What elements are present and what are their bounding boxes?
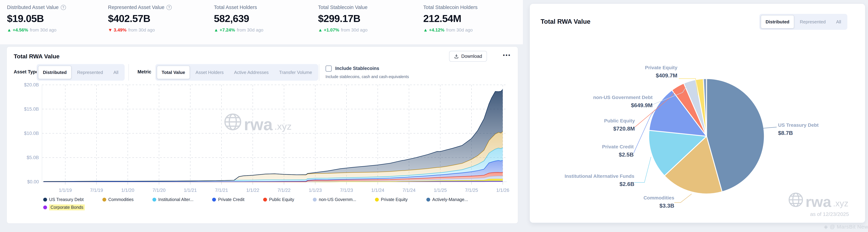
legend-item-us_treasury[interactable]: US Treasury Debt [43,197,84,202]
pie-label-commodities: Commodities$3.3B [594,194,674,210]
legend-label: Institutional Alter... [158,197,193,202]
stat-value: $402.57B [108,13,172,24]
svg-text:1/1/19: 1/1/19 [59,188,72,193]
legend-item-institutional[interactable]: Institutional Alter... [152,197,193,202]
pie-label-value: $2.5B [554,150,633,159]
delta-suffix: from 30d ago [30,27,56,33]
legend-label: non-US Governm... [319,197,356,202]
legend-dot [43,198,47,201]
delta-up: ▲ +4.56% [7,27,28,33]
pie-chart[interactable] [530,4,866,223]
legend-item-corporate_bonds[interactable]: Corporate Bonds [43,204,85,210]
stat-delta: ▲ +4.56%from 30d ago [7,27,66,33]
legend-dot [212,198,216,201]
info-icon[interactable]: ? [166,5,172,10]
leader-institutional [634,157,651,183]
pie-label-value: $409.7M [597,71,677,80]
legend-dot [313,198,317,201]
stat-card: Total Stablecoin Holders212.54M▲ +4.12%f… [423,4,477,33]
stat-label: Distributed Asset Value? [7,4,66,10]
legend-item-private_equity[interactable]: Private Equity [375,197,408,202]
svg-text:$15.0B: $15.0B [24,107,39,112]
pie-label-value: $720.8M [555,124,635,133]
stat-card: Distributed Asset Value?$19.05B▲ +4.56%f… [7,4,66,33]
legend-label: Private Equity [381,197,408,202]
stat-value: 212.54M [423,13,477,24]
legend-item-non_us_govt[interactable]: non-US Governm... [313,197,356,202]
svg-text:$0.00: $0.00 [27,179,39,184]
pie-label-public_equity: Public Equity$720.8M [555,117,635,133]
svg-text:7/1/23: 7/1/23 [340,188,353,193]
pie-slices [649,79,764,194]
stat-card: Represented Asset Value?$402.57B▼ 3.49%f… [108,4,172,33]
svg-text:1/1/22: 1/1/22 [246,188,259,193]
stats-strip: Distributed Asset Value?$19.05B▲ +4.56%f… [0,0,523,44]
pie-label-value: $2.6B [546,180,634,188]
legend-item-actively_managed[interactable]: Actively-Manage... [426,197,468,202]
legend-dot [43,205,47,209]
stat-label: Total Asset Holders [214,4,264,10]
svg-text:1/1/25: 1/1/25 [434,188,447,193]
svg-text:$10.0B: $10.0B [24,131,39,136]
pie-label-name: non-US Government Debt [573,94,653,101]
legend-label: Private Credit [218,197,244,202]
pie-label-value: $649.9M [573,101,653,109]
marsbit-watermark: ◈ @ MarsBit News [824,224,868,230]
svg-text:7/1/21: 7/1/21 [215,188,228,193]
stat-label: Total Stablecoin Value [318,4,368,10]
legend-dot [375,198,379,201]
rwa-value-pie-card: Total RWA Value DistributedRepresentedAl… [529,3,865,223]
delta-up: ▲ +7.24% [214,27,235,33]
pie-label-value: $8.7B [778,129,858,137]
rwa-watermark-pie: rwa .xyz [788,192,848,208]
stat-delta: ▲ +4.12%from 30d ago [423,27,477,33]
svg-text:7/1/19: 7/1/19 [90,188,103,193]
stat-delta: ▲ +7.24%from 30d ago [214,27,264,33]
pie-label-us_treasury: US Treasury Debt$8.7B [778,121,858,137]
watermark-brand: rwa [806,196,831,208]
stat-value: $299.17B [318,13,368,24]
legend-label: Commodities [108,197,134,202]
legend-label: Actively-Manage... [432,197,468,202]
svg-text:7/1/24: 7/1/24 [402,188,415,193]
pie-label-private_equity: Private Equity$409.7M [597,64,677,80]
legend-label: Public Equity [269,197,294,202]
legend-dot [263,198,267,201]
pie-label-name: Commodities [594,194,674,201]
svg-text:1/1/26: 1/1/26 [496,188,509,193]
watermark-tld: .xyz [833,199,848,208]
svg-text:7/1/20: 7/1/20 [152,188,165,193]
delta-up: ▲ +4.12% [423,27,444,33]
stat-card: Total Asset Holders582,639▲ +7.24%from 3… [214,4,264,33]
pie-label-name: Private Equity [597,64,677,71]
chart-legend: US Treasury DebtCommoditiesInstitutional… [43,197,505,210]
legend-item-private_credit[interactable]: Private Credit [212,197,244,202]
delta-suffix: from 30d ago [446,27,473,33]
svg-text:1/1/21: 1/1/21 [184,188,197,193]
stat-delta: ▼ 3.49%from 30d ago [108,27,172,33]
delta-down: ▼ 3.49% [108,27,127,33]
info-icon[interactable]: ? [61,5,66,10]
svg-text:$20.0B: $20.0B [24,82,39,87]
stacked-areas [43,89,503,182]
pie-label-name: Public Equity [555,117,635,124]
pie-label-non_us_govt: non-US Government Debt$649.9M [573,94,653,109]
stat-value: $19.05B [7,13,66,24]
svg-text:1/1/24: 1/1/24 [371,188,384,193]
pie-label-name: US Treasury Debt [778,121,858,129]
legend-item-commodities[interactable]: Commodities [102,197,134,202]
legend-dot [152,198,156,201]
stat-delta: ▲ +1.07%from 30d ago [318,27,368,33]
stat-value: 582,639 [214,13,264,24]
dashboard-page: Distributed Asset Value?$19.05B▲ +4.56%f… [0,0,868,232]
stat-card: Total Stablecoin Value$299.17B▲ +1.07%fr… [318,4,368,33]
legend-item-public_equity[interactable]: Public Equity [263,197,294,202]
globe-icon [788,192,804,208]
stat-label: Represented Asset Value? [108,4,172,10]
delta-suffix: from 30d ago [341,27,368,33]
svg-text:$5.0B: $5.0B [27,155,39,160]
legend-label: Corporate Bonds [49,204,85,210]
pie-label-private_credit: Private Credit$2.5B [554,143,633,159]
delta-suffix: from 30d ago [237,27,264,33]
pie-label-institutional: Institutional Alternative Funds$2.6B [546,172,634,188]
